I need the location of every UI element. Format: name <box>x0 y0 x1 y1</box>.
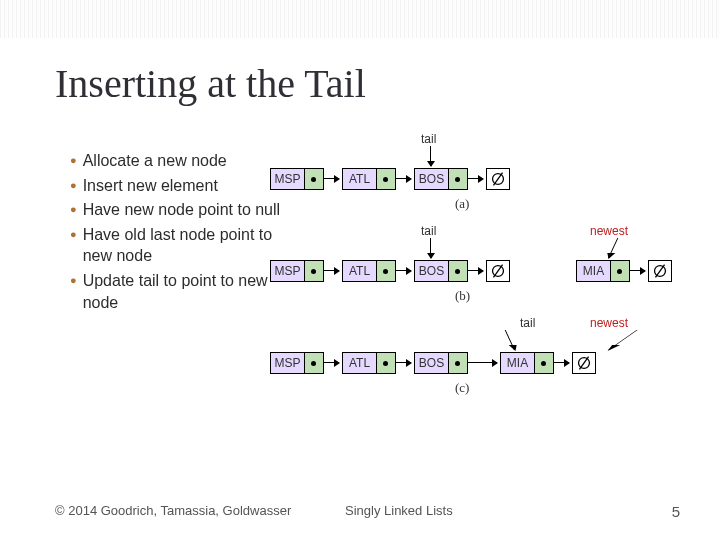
list-node: MIA <box>500 352 554 374</box>
node-pointer-icon <box>377 353 395 373</box>
list-node: ATL <box>342 168 396 190</box>
row-caption: (c) <box>455 380 469 396</box>
node-value: MIA <box>577 261 611 281</box>
node-value: MSP <box>271 353 305 373</box>
list-node: BOS <box>414 260 468 282</box>
list-node: MSP <box>270 352 324 374</box>
page-number: 5 <box>672 503 680 520</box>
row-caption: (a) <box>455 196 469 212</box>
node-pointer-icon <box>377 169 395 189</box>
list-node: BOS <box>414 168 468 190</box>
list-node: BOS <box>414 352 468 374</box>
list-node: MSP <box>270 168 324 190</box>
bullet-list: ●Allocate a new node ●Insert new element… <box>70 150 290 316</box>
node-value: MIA <box>501 353 535 373</box>
list-node: ATL <box>342 260 396 282</box>
bullet-item: ●Insert new element <box>70 175 290 197</box>
slide-title: Inserting at the Tail <box>55 60 366 107</box>
tail-arrow-icon <box>430 238 431 258</box>
next-arrow-icon <box>467 270 483 271</box>
tail-label: tail <box>421 132 436 146</box>
node-pointer-icon <box>305 353 323 373</box>
tail-arrow-icon <box>505 330 516 350</box>
slide-footer: © 2014 Goodrich, Tamassia, Goldwasser Si… <box>55 503 680 518</box>
list-node: ATL <box>342 352 396 374</box>
diagram-row-a: tail MSP ATL BOS (a) <box>270 140 710 232</box>
bullet-dot-icon: ● <box>70 273 77 313</box>
node-value: ATL <box>343 169 377 189</box>
next-arrow-icon <box>323 270 339 271</box>
null-terminator-icon <box>572 352 596 374</box>
newest-arrow-icon <box>608 238 619 258</box>
node-pointer-icon <box>305 169 323 189</box>
bullet-dot-icon: ● <box>70 202 77 221</box>
next-arrow-icon <box>395 362 411 363</box>
newest-label: newest <box>590 224 628 238</box>
next-arrow-icon <box>395 178 411 179</box>
node-value: BOS <box>415 261 449 281</box>
next-arrow-icon <box>467 362 497 363</box>
node-value: ATL <box>343 261 377 281</box>
tail-label: tail <box>520 316 535 330</box>
newest-arrow-icon <box>608 330 638 350</box>
bullet-text: Insert new element <box>83 175 218 197</box>
bullet-text: Update tail to point to new node <box>83 270 290 313</box>
bullet-item: ●Update tail to point to new node <box>70 270 290 313</box>
node-value: MSP <box>271 261 305 281</box>
next-arrow-icon <box>323 178 339 179</box>
node-value: MSP <box>271 169 305 189</box>
next-arrow-icon <box>395 270 411 271</box>
null-terminator-icon <box>486 168 510 190</box>
node-pointer-icon <box>535 353 553 373</box>
bullet-text: Allocate a new node <box>83 150 227 172</box>
next-arrow-icon <box>629 270 645 271</box>
slide-top-accent <box>0 0 720 38</box>
linked-list-diagram: tail MSP ATL BOS (a) tail newest MSP ATL… <box>270 140 710 416</box>
next-arrow-icon <box>323 362 339 363</box>
node-pointer-icon <box>449 261 467 281</box>
row-caption: (b) <box>455 288 470 304</box>
list-node: MIA <box>576 260 630 282</box>
node-value: ATL <box>343 353 377 373</box>
node-pointer-icon <box>611 261 629 281</box>
node-value: BOS <box>415 169 449 189</box>
tail-arrow-icon <box>430 146 431 166</box>
next-arrow-icon <box>553 362 569 363</box>
node-pointer-icon <box>449 169 467 189</box>
footer-title: Singly Linked Lists <box>345 503 453 518</box>
bullet-item: ●Allocate a new node <box>70 150 290 172</box>
bullet-item: ●Have new node point to null <box>70 199 290 221</box>
newest-label: newest <box>590 316 628 330</box>
node-value: BOS <box>415 353 449 373</box>
bullet-text: Have old last node point to new node <box>83 224 290 267</box>
bullet-dot-icon: ● <box>70 227 77 267</box>
bullet-dot-icon: ● <box>70 153 77 172</box>
bullet-item: ●Have old last node point to new node <box>70 224 290 267</box>
node-pointer-icon <box>449 353 467 373</box>
copyright-text: © 2014 Goodrich, Tamassia, Goldwasser <box>55 503 291 518</box>
node-pointer-icon <box>377 261 395 281</box>
tail-label: tail <box>421 224 436 238</box>
bullet-dot-icon: ● <box>70 178 77 197</box>
null-terminator-icon <box>486 260 510 282</box>
null-terminator-icon <box>648 260 672 282</box>
diagram-row-b: tail newest MSP ATL BOS MIA (b) <box>270 232 710 324</box>
diagram-row-c: tail newest MSP ATL BOS MIA (c) <box>270 324 710 416</box>
node-pointer-icon <box>305 261 323 281</box>
next-arrow-icon <box>467 178 483 179</box>
list-node: MSP <box>270 260 324 282</box>
bullet-text: Have new node point to null <box>83 199 280 221</box>
